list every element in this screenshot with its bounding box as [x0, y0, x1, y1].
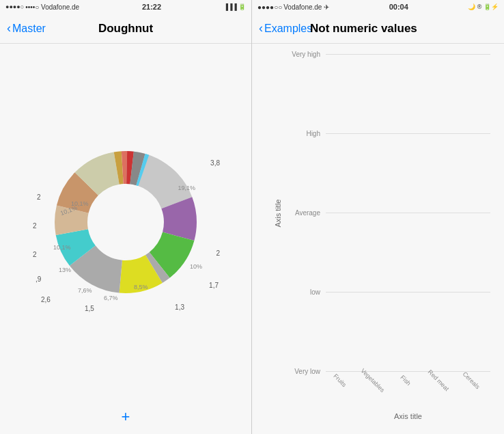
left-page-title: Doughnut	[98, 22, 153, 36]
left-back-button[interactable]: ‹ Master	[7, 21, 46, 36]
bars-container	[326, 51, 490, 375]
y-label-very-high: Very high	[286, 51, 326, 58]
right-nav-bar: ‹ Examples Not numeric values	[252, 14, 504, 44]
left-carrier: ●●●●○ ••••○ Vodafone.de	[5, 3, 79, 11]
left-time: 21:22	[142, 3, 161, 11]
right-back-chevron: ‹	[259, 21, 263, 36]
carrier-name: ••••○ Vodafone.de	[25, 3, 79, 11]
left-back-chevron: ‹	[7, 21, 11, 36]
right-status-bar: ●●●●○○ Vodafone.de ✈ 00:04 🌙 ® 🔋⚡	[252, 0, 504, 14]
doughnut-hole	[89, 185, 163, 259]
add-button[interactable]: +	[122, 408, 130, 426]
x-label-fruits: Fruits	[322, 372, 348, 399]
y-label-very-low: Very low	[286, 368, 326, 375]
y-label-low: low	[286, 288, 326, 296]
left-status-bar: ●●●●○ ••••○ Vodafone.de 21:22 ▐▐▐ 🔋	[0, 0, 251, 14]
doughnut-wrapper: 3,8 2 2 2 ,9 2,6 1,5 1,3 1,7 2	[30, 126, 221, 318]
x-label-cereals-wrap: Cereals	[458, 378, 490, 400]
bottom-bar: +	[0, 400, 251, 434]
right-icons: 🌙 ® 🔋⚡	[468, 3, 499, 10]
left-battery-area: ▐▐▐ 🔋	[224, 3, 246, 10]
x-label-fish: Fish	[389, 374, 412, 398]
signal-bars-left: ▐▐▐	[224, 3, 237, 10]
doughnut-svg	[30, 126, 221, 318]
bar-chart-wrapper: Axis title Very high High Average	[286, 51, 490, 375]
right-panel: ●●●●○○ Vodafone.de ✈ 00:04 🌙 ® 🔋⚡ ‹ Exam…	[252, 0, 504, 434]
right-carrier-name: Vodafone.de ✈	[283, 3, 329, 11]
x-label-vegetables-wrap: Vegetables	[359, 378, 391, 400]
y-label-average: Average	[286, 209, 326, 217]
signal-dots: ●●●●○	[5, 3, 24, 10]
left-back-label: Master	[12, 23, 46, 35]
bar-chart-area: Axis title Very high High Average	[252, 44, 504, 434]
chart-inner: Very high High Average low	[286, 51, 490, 375]
right-back-button[interactable]: ‹ Examples	[259, 21, 312, 36]
right-page-title: Not numeric values	[310, 22, 417, 36]
right-time: 00:04	[389, 3, 408, 11]
left-panel: ●●●●○ ••••○ Vodafone.de 21:22 ▐▐▐ 🔋 ‹ Ma…	[0, 0, 252, 434]
doughnut-chart-area: 3,8 2 2 2 ,9 2,6 1,5 1,3 1,7 2	[0, 44, 251, 400]
x-axis-labels: Fruits Vegetables Fish Red meat Cereals	[286, 375, 490, 400]
y-label-high: High	[286, 130, 326, 137]
y-axis-label: Axis title	[274, 199, 282, 227]
left-nav-bar: ‹ Master Doughnut	[0, 14, 251, 44]
x-label-red-meat-wrap: Red meat	[425, 378, 458, 400]
right-signal: ●●●●○○	[257, 3, 282, 11]
right-back-label: Examples	[264, 23, 312, 35]
x-axis-title: Axis title	[286, 400, 490, 420]
right-carrier: ●●●●○○ Vodafone.de ✈	[257, 3, 329, 11]
battery-left: 🔋	[238, 3, 246, 10]
